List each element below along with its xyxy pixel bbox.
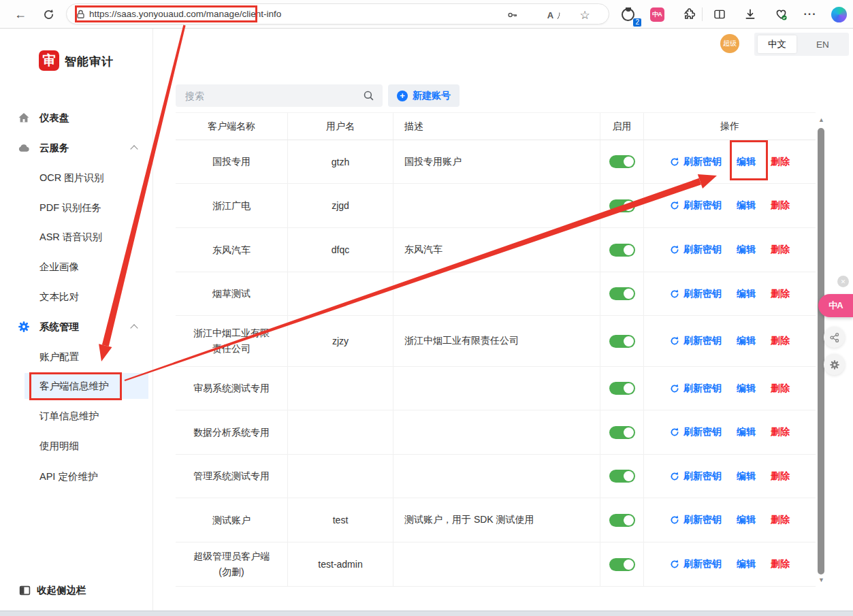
refresh-icon: [670, 245, 679, 255]
refresh-icon: [670, 515, 679, 525]
client-name: 国投专用: [212, 154, 251, 169]
delete-button[interactable]: 删除: [771, 244, 790, 256]
refresh-icon: [670, 384, 679, 393]
sidebar-item-system-management[interactable]: 系统管理: [0, 312, 153, 342]
settings-widget[interactable]: [824, 354, 845, 375]
enable-toggle[interactable]: [609, 382, 635, 395]
sidebar-item-text-compare[interactable]: 文本比对: [0, 282, 153, 312]
edit-button[interactable]: 编辑: [737, 470, 756, 483]
delete-button[interactable]: 删除: [771, 426, 790, 438]
search-input[interactable]: [185, 84, 359, 107]
search-icon[interactable]: [363, 90, 374, 104]
sidebar-item-client-info[interactable]: 客户端信息维护: [0, 371, 153, 401]
address-bar[interactable]: https://saas.yonyouaud.com/manage/client…: [66, 3, 609, 25]
scrollbar-up-arrow[interactable]: ▲: [816, 116, 826, 123]
refresh-key-button[interactable]: 刷新密钥: [670, 558, 722, 570]
refresh-key-button[interactable]: 刷新密钥: [670, 244, 722, 256]
sidebar-item-ocr[interactable]: OCR 图片识别: [0, 163, 153, 193]
refresh-key-button[interactable]: 刷新密钥: [670, 470, 722, 483]
enable-toggle[interactable]: [609, 155, 635, 168]
back-icon[interactable]: ←: [11, 5, 30, 24]
delete-button[interactable]: 删除: [771, 514, 790, 526]
edit-button[interactable]: 编辑: [737, 383, 756, 395]
refresh-key-button[interactable]: 刷新密钥: [670, 383, 722, 395]
refresh-key-button[interactable]: 刷新密钥: [670, 514, 722, 526]
refresh-icon[interactable]: [39, 5, 58, 24]
refresh-key-button[interactable]: 刷新密钥: [670, 288, 722, 300]
table-row: 浙江中烟工业有限责任公司 zjzy 浙江中烟工业有限责任公司 刷新密钥 编辑 删…: [176, 316, 816, 367]
edit-button[interactable]: 编辑: [737, 514, 756, 526]
delete-button[interactable]: 删除: [771, 199, 790, 212]
client-name: 管理系统测试专用: [193, 468, 270, 484]
sidebar-item-pdf[interactable]: PDF 识别任务: [0, 193, 153, 223]
browser-essentials-icon[interactable]: [771, 5, 790, 24]
enable-toggle[interactable]: [609, 335, 635, 348]
copilot-icon[interactable]: [829, 5, 848, 24]
refresh-key-button[interactable]: 刷新密钥: [670, 199, 722, 212]
enable-toggle[interactable]: [609, 514, 635, 527]
enable-toggle[interactable]: [609, 244, 635, 257]
url-text[interactable]: https://saas.yonyouaud.com/manage/client…: [89, 9, 281, 19]
chevron-up-icon[interactable]: [130, 145, 138, 152]
sidebar-item-api-pricing[interactable]: API 定价维护: [0, 461, 153, 491]
refresh-icon: [670, 157, 679, 167]
sidebar-item-enterprise-profile[interactable]: 企业画像: [0, 252, 153, 282]
new-account-button[interactable]: + 新建账号: [388, 84, 460, 107]
lang-zh-button[interactable]: 中文: [758, 35, 796, 53]
scrollbar-down-arrow[interactable]: ▼: [816, 577, 826, 583]
collapse-sidebar-button[interactable]: 收起侧边栏: [0, 575, 153, 605]
enable-toggle[interactable]: [609, 558, 635, 571]
enable-toggle[interactable]: [609, 470, 635, 483]
edit-button[interactable]: 编辑: [737, 244, 756, 256]
chevron-up-icon[interactable]: [130, 324, 138, 331]
lang-en-button[interactable]: EN: [796, 33, 849, 56]
widget-close-icon[interactable]: ✕: [837, 276, 849, 287]
edit-button[interactable]: 编辑: [737, 335, 756, 347]
password-key-icon[interactable]: [505, 7, 520, 22]
enable-toggle[interactable]: [609, 199, 635, 212]
lock-icon: [76, 9, 86, 22]
favorite-star-icon[interactable]: ☆: [577, 7, 592, 22]
delete-button[interactable]: 删除: [771, 335, 790, 347]
translate-widget[interactable]: 中A: [818, 294, 853, 317]
delete-button[interactable]: 删除: [771, 288, 790, 300]
delete-button[interactable]: 删除: [771, 383, 790, 395]
refresh-key-button[interactable]: 刷新密钥: [670, 426, 722, 438]
delete-button[interactable]: 删除: [771, 558, 790, 570]
enable-toggle[interactable]: [609, 287, 635, 300]
edit-button[interactable]: 编辑: [737, 288, 756, 300]
col-header-enabled: 启用: [600, 113, 643, 140]
downloads-icon[interactable]: [741, 5, 760, 24]
description: 测试账户，用于 SDK 测试使用: [404, 514, 534, 526]
sidebar: 审 智能审计 仪表盘 云服务 OCR 图片识别 PDF 识别任务 ASR 语音识…: [0, 29, 153, 611]
refresh-icon: [670, 336, 679, 346]
scrollbar-thumb[interactable]: [818, 128, 824, 574]
edit-button[interactable]: 编辑: [737, 156, 756, 168]
refresh-icon: [670, 201, 679, 210]
sidebar-item-order-info[interactable]: 订单信息维护: [0, 401, 153, 431]
refresh-key-button[interactable]: 刷新密钥: [670, 335, 722, 347]
delete-button[interactable]: 删除: [771, 470, 790, 483]
sidebar-item-cloud-services[interactable]: 云服务: [0, 133, 153, 163]
enable-toggle[interactable]: [609, 426, 635, 439]
read-aloud-icon[interactable]: A: [546, 7, 561, 22]
extensions-puzzle-icon[interactable]: [679, 5, 698, 24]
delete-button[interactable]: 删除: [771, 156, 790, 168]
sidebar-item-asr[interactable]: ASR 语音识别: [0, 222, 153, 252]
sidebar-item-usage-detail[interactable]: 使用明细: [0, 431, 153, 461]
user-avatar[interactable]: 超级: [720, 34, 739, 53]
sidebar-item-account-config[interactable]: 账户配置: [0, 342, 153, 372]
translate-extension-icon[interactable]: 中A: [647, 5, 666, 24]
edit-button[interactable]: 编辑: [737, 199, 756, 212]
client-name: 测试账户: [212, 513, 251, 528]
share-widget[interactable]: [824, 327, 845, 348]
sidebar-item-dashboard[interactable]: 仪表盘: [0, 103, 153, 133]
profile-icon[interactable]: 2: [618, 5, 637, 24]
table-row: 管理系统测试专用 刷新密钥 编辑 删除: [176, 455, 816, 498]
edit-button[interactable]: 编辑: [737, 558, 756, 570]
more-menu-icon[interactable]: ···: [801, 5, 820, 24]
refresh-key-button[interactable]: 刷新密钥: [670, 156, 722, 168]
refresh-icon: [670, 560, 679, 569]
split-screen-icon[interactable]: [710, 5, 729, 24]
edit-button[interactable]: 编辑: [737, 426, 756, 438]
